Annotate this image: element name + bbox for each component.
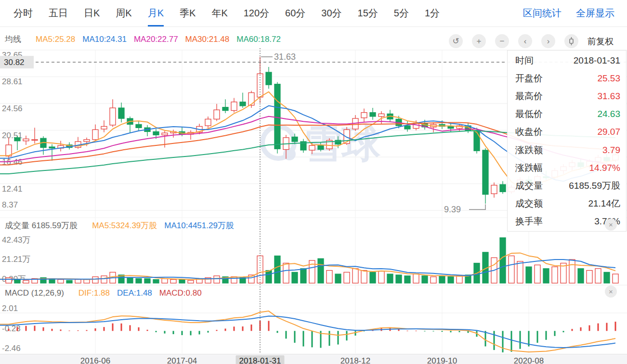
period-tabs: 分时五日日K周K月K季K年K120分60分30分15分5分1分 [0, 0, 440, 26]
svg-text:24.56: 24.56 [2, 104, 23, 113]
tooltip-label: 最低价 [515, 108, 543, 120]
tooltip-row: 时间2018-01-31 [515, 52, 620, 69]
tab-15分[interactable]: 15分 [358, 0, 378, 26]
tooltip-row: 最低价24.63 [515, 105, 620, 123]
tab-季K[interactable]: 季K [180, 0, 196, 26]
adjust-mode-button[interactable]: 前复权 [588, 36, 614, 47]
legend-item: MA10:4451.29万股 [164, 220, 234, 231]
x-axis-label: 2019-10 [427, 356, 457, 364]
volume-legend-items: MA5:5324.39万股MA10:4451.29万股 [92, 220, 234, 231]
volume-pane-close-button[interactable]: × [605, 219, 617, 231]
tooltip-label: 开盘价 [515, 72, 543, 85]
tooltip-label: 成交额 [515, 197, 543, 210]
tab-30分[interactable]: 30分 [321, 0, 341, 26]
ma-legend-title: 均线 [5, 34, 21, 45]
kline-chart-window: 32.6528.6124.5620.5116.4612.418.37雪球42.4… [0, 0, 627, 364]
tooltip-label: 涨跌额 [515, 144, 543, 156]
svg-text:28.61: 28.61 [2, 77, 23, 86]
link-全屏显示[interactable]: 全屏显示 [576, 7, 614, 20]
x-axis-label: 2016-06 [80, 356, 110, 364]
tooltip-label: 收盘价 [515, 126, 543, 138]
tooltip-label: 最高价 [515, 90, 543, 103]
x-axis-label: 2018-12 [340, 356, 370, 364]
tab-日K[interactable]: 日K [84, 0, 100, 26]
tab-120分[interactable]: 120分 [244, 0, 269, 26]
legend-item: MACD:0.80 [159, 288, 202, 298]
tooltip-label: 涨跌幅 [515, 162, 543, 174]
tooltip-row: 换手率3.76% [515, 213, 620, 231]
tooltip-value: 3.79 [602, 145, 620, 156]
x-axis: 2016-062017-042018-01-312018-122019-1020… [0, 354, 627, 364]
legend-item: MA10:24.31 [82, 35, 127, 44]
tooltip-row: 成交量6185.59万股 [515, 177, 620, 195]
svg-text:8.37: 8.37 [2, 200, 18, 209]
ma-legend-items: MA5:25.28MA10:24.31MA20:22.77MA30:21.48M… [36, 35, 281, 44]
macd-legend-title: MACD (12,26,9) [5, 288, 64, 298]
chart-controls: ↺+−‹›前复权 [449, 34, 614, 48]
link-区间统计[interactable]: 区间统计 [523, 7, 562, 20]
tab-1分[interactable]: 1分 [425, 0, 440, 26]
ma-legend: 均线 MA5:25.28MA10:24.31MA20:22.77MA30:21.… [5, 34, 281, 45]
legend-item: MA5:25.28 [36, 35, 75, 44]
legend-item: MA5:5324.39万股 [92, 220, 157, 231]
tooltip-value: 24.63 [597, 109, 620, 119]
tooltip-label: 成交量 [515, 180, 543, 192]
period-tab-bar: 分时五日日K周K月K季K年K120分60分30分15分5分1分 区间统计全屏显示 [0, 0, 627, 27]
tooltip-value: 6185.59万股 [569, 180, 620, 192]
svg-text:2.01: 2.01 [2, 304, 18, 313]
tooltip-value: 2018-01-31 [574, 55, 620, 66]
x-axis-label: 2020-08 [514, 356, 544, 364]
tooltip-row: 最高价31.63 [515, 87, 620, 105]
x-axis-label: 2018-01-31 [236, 355, 285, 364]
svg-text:12.41: 12.41 [2, 184, 23, 194]
macd-legend-items: DIF:1.88DEA:1.48MACD:0.80 [78, 288, 202, 298]
svg-text:42.43万: 42.43万 [2, 235, 31, 245]
tab-60分[interactable]: 60分 [285, 0, 305, 26]
pan-right-icon[interactable]: › [541, 34, 555, 48]
tooltip-value: 21.14亿 [588, 197, 620, 210]
zoom-in-icon[interactable]: + [472, 34, 486, 48]
tooltip-row: 开盘价25.53 [515, 69, 620, 87]
macd-pane-close-button[interactable]: × [605, 286, 617, 298]
macd-histogram [8, 321, 616, 352]
tab-周K[interactable]: 周K [116, 0, 131, 26]
low-annotation-line [469, 204, 485, 209]
tooltip-row: 成交额21.14亿 [515, 195, 620, 213]
high-annotation-label: 31.63 [274, 52, 296, 62]
pan-left-icon[interactable]: ‹ [518, 34, 532, 48]
tooltip-row: 涨跌额3.79 [515, 141, 620, 159]
x-axis-label: 2017-04 [167, 356, 197, 364]
tooltip-value: 31.63 [597, 91, 620, 102]
legend-item: DIF:1.88 [78, 288, 110, 298]
zoom-out-icon[interactable]: − [495, 34, 509, 48]
candle-style-icon[interactable] [564, 34, 578, 48]
tab-月K[interactable]: 月K [148, 0, 164, 26]
chart-action-links: 区间统计全屏显示 [523, 0, 627, 26]
tooltip-row: 收盘价29.07 [515, 123, 620, 141]
tooltip-value: 14.97% [589, 163, 620, 173]
tooltip-label: 换手率 [515, 215, 543, 228]
legend-item: MA20:22.77 [134, 35, 178, 44]
tab-分时[interactable]: 分时 [13, 0, 33, 26]
tooltip-value: 29.07 [597, 127, 620, 137]
legend-item: DEA:1.48 [117, 288, 152, 298]
tab-五日[interactable]: 五日 [49, 0, 68, 26]
tab-年K[interactable]: 年K [211, 0, 227, 26]
volume-legend: 成交量 6185.59万股 MA5:5324.39万股MA10:4451.29万… [5, 220, 234, 231]
low-annotation-label: 9.39 [444, 205, 461, 214]
tab-5分[interactable]: 5分 [394, 0, 409, 26]
svg-text:21.21万: 21.21万 [2, 255, 31, 264]
volume-legend-title: 成交量 6185.59万股 [5, 220, 78, 231]
volume-axis: 42.43万21.21万0.00万 [2, 235, 31, 284]
undo-icon[interactable]: ↺ [449, 34, 463, 48]
legend-item: MA60:18.72 [236, 35, 281, 44]
tooltip-row: 涨跌幅14.97% [515, 159, 620, 177]
tooltip-label: 时间 [515, 54, 534, 67]
svg-text:-2.46: -2.46 [2, 344, 21, 353]
candle-info-tooltip: 时间2018-01-31开盘价25.53最高价31.63最低价24.63收盘价2… [507, 50, 627, 232]
svg-text:30.82: 30.82 [4, 58, 25, 67]
legend-item: MA30:21.48 [185, 35, 230, 44]
macd-dif-line [0, 311, 615, 352]
tooltip-value: 25.53 [597, 73, 620, 84]
macd-legend: MACD (12,26,9) DIF:1.88DEA:1.48MACD:0.80 [5, 288, 202, 298]
